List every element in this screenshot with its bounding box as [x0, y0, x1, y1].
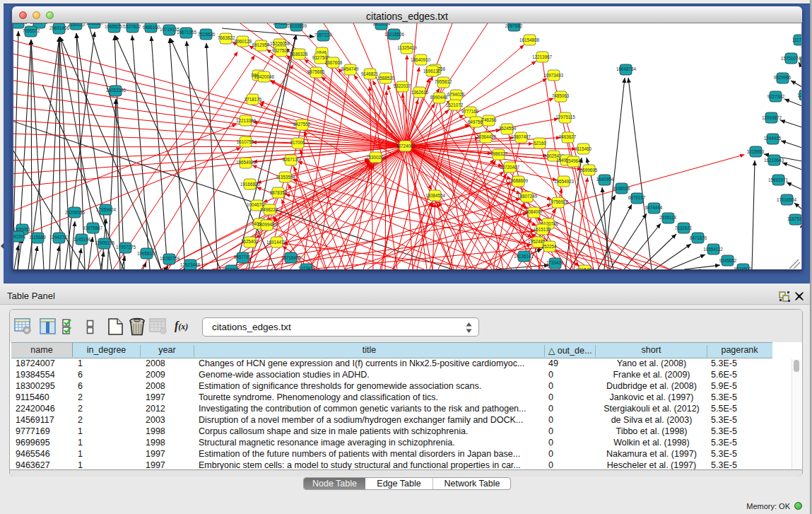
svg-text:12093872: 12093872: [762, 115, 782, 120]
svg-text:3624554: 3624554: [499, 126, 517, 131]
svg-text:17359924: 17359924: [96, 207, 117, 212]
svg-text:9699695: 9699695: [580, 168, 598, 173]
svg-text:9446821: 9446821: [273, 23, 290, 25]
svg-text:16782759: 16782759: [160, 256, 180, 261]
svg-text:3215953: 3215953: [747, 149, 765, 154]
svg-text:154964: 154964: [565, 158, 581, 163]
svg-text:18724007: 18724007: [396, 144, 416, 148]
svg-text:15720407: 15720407: [500, 165, 520, 170]
svg-text:1065527: 1065527: [86, 23, 104, 25]
svg-text:2718176: 2718176: [245, 97, 262, 102]
svg-text:9327505: 9327505: [272, 48, 290, 53]
svg-text:15716485: 15716485: [281, 255, 302, 260]
svg-text:6466160: 6466160: [143, 25, 160, 30]
svg-text:14136141: 14136141: [514, 254, 534, 259]
svg-text:2935114: 2935114: [659, 215, 677, 220]
svg-text:8878352: 8878352: [270, 190, 288, 195]
svg-text:8471676: 8471676: [690, 235, 707, 240]
svg-text:17957275: 17957275: [116, 245, 136, 250]
svg-text:2309146: 2309146: [30, 23, 48, 25]
svg-text:16154808: 16154808: [519, 37, 540, 42]
svg-text:16914479: 16914479: [266, 240, 287, 245]
svg-text:10654112: 10654112: [703, 247, 723, 252]
svg-text:12942737: 12942737: [49, 235, 70, 240]
svg-text:20691406: 20691406: [49, 25, 70, 30]
svg-text:1115689: 1115689: [29, 235, 46, 240]
svg-text:7663822: 7663822: [218, 35, 235, 40]
svg-text:2169113: 2169113: [68, 23, 86, 27]
svg-text:1615132: 1615132: [534, 227, 551, 232]
svg-text:6498222: 6498222: [261, 207, 278, 212]
svg-text:8960128: 8960128: [235, 39, 252, 44]
svg-text:7357224: 7357224: [314, 33, 332, 37]
svg-text:9084067: 9084067: [526, 209, 543, 214]
svg-text:62160: 62160: [534, 141, 546, 146]
svg-text:10655257: 10655257: [105, 24, 125, 29]
svg-text:8813054: 8813054: [373, 23, 391, 26]
svg-text:10958107: 10958107: [137, 251, 158, 256]
svg-text:12923448: 12923448: [180, 262, 201, 267]
svg-text:7155058: 7155058: [12, 23, 28, 25]
svg-text:11325419: 11325419: [397, 45, 417, 50]
svg-text:6879197: 6879197: [628, 195, 646, 200]
svg-text:11353594: 11353594: [276, 175, 295, 180]
svg-text:18640910: 18640910: [411, 57, 431, 62]
svg-text:917006: 917006: [290, 140, 305, 145]
svg-text:10807487: 10807487: [511, 134, 531, 139]
svg-text:10973493: 10973493: [543, 73, 564, 78]
svg-text:8267130: 8267130: [283, 157, 300, 162]
svg-text:8474444: 8474444: [645, 205, 663, 210]
svg-text:1640954: 1640954: [596, 177, 614, 182]
svg-text:391591: 391591: [12, 234, 26, 239]
svg-text:13218506: 13218506: [384, 32, 405, 37]
svg-text:1733426: 1733426: [546, 260, 564, 265]
svg-text:1362615: 1362615: [411, 90, 429, 95]
svg-text:9245652: 9245652: [719, 258, 737, 263]
svg-text:1244415: 1244415: [764, 136, 782, 141]
svg-text:18807249: 18807249: [517, 194, 538, 199]
svg-text:7515526: 7515526: [198, 32, 216, 37]
svg-text:14099489: 14099489: [257, 222, 278, 227]
svg-text:1527602: 1527602: [124, 24, 141, 29]
svg-text:1167533: 1167533: [787, 216, 802, 221]
svg-text:17016504: 17016504: [777, 197, 797, 202]
svg-text:9463627: 9463627: [559, 134, 577, 139]
svg-text:23420046: 23420046: [254, 74, 275, 79]
svg-text:6794028: 6794028: [447, 92, 465, 97]
svg-text:19654923: 19654923: [554, 179, 575, 184]
svg-text:746266: 746266: [481, 117, 497, 122]
svg-text:9146821: 9146821: [361, 71, 379, 76]
svg-text:8454749: 8454749: [341, 66, 359, 71]
svg-text:12975115: 12975115: [555, 115, 575, 119]
svg-text:10688609: 10688609: [508, 178, 529, 183]
svg-text:12213369: 12213369: [236, 118, 257, 123]
svg-text:20364436: 20364436: [476, 134, 497, 139]
svg-text:5322037: 5322037: [394, 83, 411, 88]
svg-text:15226058: 15226058: [270, 41, 290, 46]
svg-text:9115460: 9115460: [575, 146, 592, 151]
svg-text:8427552: 8427552: [293, 122, 311, 127]
svg-text:16671355: 16671355: [177, 30, 197, 35]
svg-text:8912954: 8912954: [252, 42, 270, 47]
svg-text:3875685: 3875685: [307, 69, 325, 74]
svg-text:8990448: 8990448: [430, 95, 448, 100]
svg-text:1145194: 1145194: [73, 237, 91, 242]
svg-text:19654923: 19654923: [236, 160, 257, 165]
svg-text:7955812: 7955812: [435, 79, 452, 84]
svg-text:25300203: 25300203: [366, 155, 387, 160]
svg-text:9529966: 9529966: [774, 75, 792, 80]
svg-text:8938928: 8938928: [613, 186, 630, 191]
svg-text:7625402: 7625402: [241, 239, 259, 244]
svg-text:2087682: 2087682: [505, 23, 523, 28]
svg-text:19384554: 19384554: [425, 193, 446, 198]
svg-text:8186328: 8186328: [290, 52, 308, 57]
svg-text:9457791: 9457791: [234, 255, 252, 259]
svg-text:1696130: 1696130: [423, 69, 441, 74]
svg-text:1610755: 1610755: [237, 139, 254, 144]
svg-text:252254: 252254: [541, 244, 557, 249]
svg-text:19166829: 19166829: [240, 182, 261, 187]
svg-text:7986322: 7986322: [490, 151, 508, 156]
svg-text:7632621: 7632621: [675, 226, 693, 230]
svg-text:2667608: 2667608: [325, 60, 343, 65]
svg-text:15751074: 15751074: [781, 56, 801, 61]
